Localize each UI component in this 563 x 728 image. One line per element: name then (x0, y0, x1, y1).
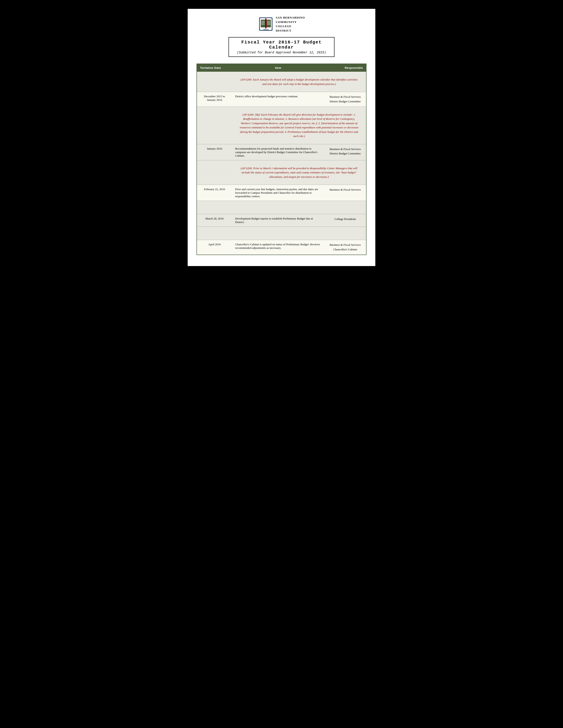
page: sbccd San Bernardino Community College D… (188, 9, 375, 266)
responsible-cell: Business & Fiscal ServicesChancellor's C… (324, 240, 366, 255)
empty-date-cell (197, 201, 232, 214)
table-row: December 2015 to January 2016 District o… (197, 92, 366, 107)
ap-text-cell: (AP 6200: Prior to March 1 information w… (232, 160, 366, 185)
responsible-cell: College Presidents (324, 214, 366, 227)
table-row (197, 227, 366, 240)
table-row: (AP 6200: [By] Each February the Board w… (197, 107, 366, 144)
table-row: January 2016 Recommendations for project… (197, 144, 366, 160)
col-header-item: Item (232, 64, 324, 72)
ap-date-cell (197, 72, 232, 92)
empty-item-cell (232, 201, 324, 214)
header: sbccd San Bernardino Community College D… (196, 15, 367, 33)
empty-resp-cell (324, 201, 366, 214)
table-row (197, 201, 366, 214)
ap-text-cell: (AP 6200: [By] Each February the Board w… (232, 107, 366, 144)
table-row: April 2016 Chancellor's Cabinet is updat… (197, 240, 366, 255)
date-cell: December 2015 to January 2016 (197, 92, 232, 107)
responsible-cell: Business & Fiscal Services (324, 185, 366, 201)
budget-table: Tentative Date Item Responsible (AP 6200… (196, 64, 367, 255)
empty-date-cell (197, 227, 232, 240)
col-header-responsible: Responsible (324, 64, 366, 72)
item-cell: Prior and current year line budgets, ins… (232, 185, 324, 201)
item-cell: Recommendations for projected funds and … (232, 144, 324, 160)
item-cell: Development Budget reports to establish … (232, 214, 324, 227)
page-subtitle: (Submitted for Board Approved November 1… (235, 51, 328, 54)
ap-date-cell (197, 107, 232, 144)
responsible-cell: Business & Fiscal ServicesDistrict Budge… (324, 92, 366, 107)
sbccd-logo: sbccd (258, 16, 273, 32)
empty-resp-cell (324, 227, 366, 240)
date-cell: February 22, 2016 (197, 185, 232, 201)
table-row: (AP 6200: Prior to March 1 information w… (197, 160, 366, 185)
date-cell: March 28, 2016 (197, 214, 232, 227)
logo-block: sbccd San Bernardino Community College D… (258, 15, 305, 33)
table-row: March 28, 2016 Development Budget report… (197, 214, 366, 227)
page-title: Fiscal Year 2016-17 Budget Calendar (235, 40, 328, 50)
title-box: Fiscal Year 2016-17 Budget Calendar (Sub… (228, 37, 335, 57)
date-cell: April 2016 (197, 240, 232, 255)
date-cell: January 2016 (197, 144, 232, 160)
ap-date-cell (197, 160, 232, 185)
table-row: (AP 6200: Each January the Board will ad… (197, 72, 366, 92)
item-cell: District office development budget proce… (232, 92, 324, 107)
table-row: February 22, 2016 Prior and current year… (197, 185, 366, 201)
item-cell: Chancellor's Cabinet is updated on statu… (232, 240, 324, 255)
col-header-date: Tentative Date (197, 64, 232, 72)
svg-text:sbccd: sbccd (263, 28, 268, 30)
svg-rect-5 (265, 19, 266, 28)
table-header-row: Tentative Date Item Responsible (197, 64, 366, 72)
empty-item-cell (232, 227, 324, 240)
responsible-cell: Business & Fiscal ServicesDistrict Budge… (324, 144, 366, 160)
district-name: San Bernardino Community College Distric… (276, 15, 305, 33)
ap-text-cell: (AP 6200: Each January the Board will ad… (232, 72, 366, 92)
